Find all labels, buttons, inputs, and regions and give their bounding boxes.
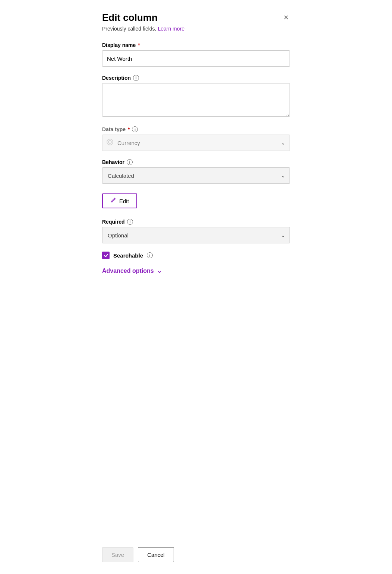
description-group: Description i bbox=[102, 75, 290, 118]
display-name-input[interactable] bbox=[102, 50, 290, 67]
required-label: Required i bbox=[102, 219, 290, 225]
behavior-group: Behavior i Calculated ⌄ bbox=[102, 159, 290, 184]
advanced-options-chevron-icon: ⌄ bbox=[157, 267, 162, 274]
description-input[interactable] bbox=[102, 83, 290, 117]
description-info-icon: i bbox=[133, 75, 139, 81]
behavior-label: Behavior i bbox=[102, 159, 290, 165]
required-select[interactable]: Optional bbox=[102, 227, 290, 243]
panel-header: Edit column × bbox=[102, 12, 290, 23]
cancel-button[interactable]: Cancel bbox=[138, 547, 174, 562]
searchable-row: Searchable i bbox=[102, 252, 290, 259]
required-group: Required i Optional ⌄ bbox=[102, 219, 290, 243]
data-type-info-icon: i bbox=[132, 126, 138, 132]
behavior-select[interactable]: Calculated bbox=[102, 167, 290, 184]
behavior-info-icon: i bbox=[127, 159, 133, 165]
footer: Save Cancel bbox=[102, 538, 174, 562]
data-type-select[interactable]: Currency bbox=[102, 135, 290, 151]
display-name-group: Display name * bbox=[102, 42, 290, 67]
edit-button-group: Edit bbox=[102, 192, 290, 211]
edit-button[interactable]: Edit bbox=[102, 193, 137, 208]
advanced-options-button[interactable]: Advanced options ⌄ bbox=[102, 267, 290, 274]
data-type-label: Data type * i bbox=[102, 126, 290, 132]
data-type-select-wrapper: Currency ⌄ bbox=[102, 135, 290, 151]
required-star: * bbox=[138, 42, 140, 48]
edit-pencil-icon bbox=[110, 197, 116, 205]
data-type-group: Data type * i Currency ⌄ bbox=[102, 126, 290, 151]
panel-title: Edit column bbox=[102, 12, 158, 23]
data-type-required-star: * bbox=[128, 126, 130, 132]
required-select-wrapper: Optional ⌄ bbox=[102, 227, 290, 243]
panel-subtitle: Previously called fields. Learn more bbox=[102, 26, 290, 32]
required-info-icon: i bbox=[127, 219, 133, 225]
learn-more-link[interactable]: Learn more bbox=[158, 26, 184, 32]
save-button[interactable]: Save bbox=[102, 547, 133, 562]
edit-column-panel: Edit column × Previously called fields. … bbox=[92, 0, 300, 574]
behavior-select-wrapper: Calculated ⌄ bbox=[102, 167, 290, 184]
searchable-info-icon: i bbox=[147, 252, 153, 258]
description-label: Description i bbox=[102, 75, 290, 81]
display-name-label: Display name * bbox=[102, 42, 290, 48]
searchable-label: Searchable bbox=[113, 252, 143, 259]
searchable-checkbox[interactable] bbox=[102, 252, 110, 259]
close-button[interactable]: × bbox=[282, 12, 290, 23]
